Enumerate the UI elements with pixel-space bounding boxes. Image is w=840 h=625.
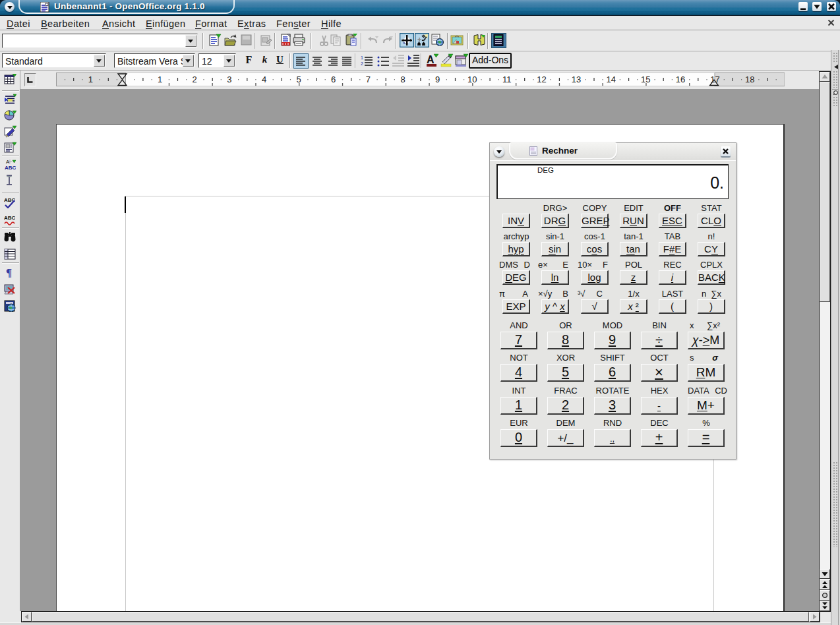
svg-text:A: A <box>6 159 10 165</box>
svg-text:18: 18 <box>745 74 754 84</box>
svg-text:10: 10 <box>467 74 477 84</box>
svg-text:1: 1 <box>158 74 162 84</box>
svg-text:14: 14 <box>606 74 615 84</box>
svg-text:15: 15 <box>641 74 650 84</box>
svg-text:7: 7 <box>366 74 371 84</box>
svg-text:1: 1 <box>88 74 93 84</box>
svg-text:3: 3 <box>227 74 231 84</box>
svg-text:5: 5 <box>296 74 301 84</box>
svg-text:9: 9 <box>435 74 440 84</box>
svg-text:¶: ¶ <box>6 266 12 279</box>
svg-text:13: 13 <box>572 74 581 84</box>
svg-text:11: 11 <box>502 74 512 84</box>
svg-text:8: 8 <box>400 74 405 84</box>
svg-text:4: 4 <box>262 74 266 84</box>
svg-text:2: 2 <box>193 74 197 84</box>
svg-text:1: 1 <box>361 55 363 60</box>
svg-text:17: 17 <box>710 74 719 84</box>
svg-text:ABC: ABC <box>5 165 16 170</box>
svg-text:ABC: ABC <box>4 215 15 221</box>
svg-text:12: 12 <box>537 74 546 84</box>
svg-text:A: A <box>427 54 435 65</box>
svg-text:2: 2 <box>361 61 363 66</box>
svg-text:6: 6 <box>331 74 336 84</box>
svg-text:16: 16 <box>676 74 685 84</box>
